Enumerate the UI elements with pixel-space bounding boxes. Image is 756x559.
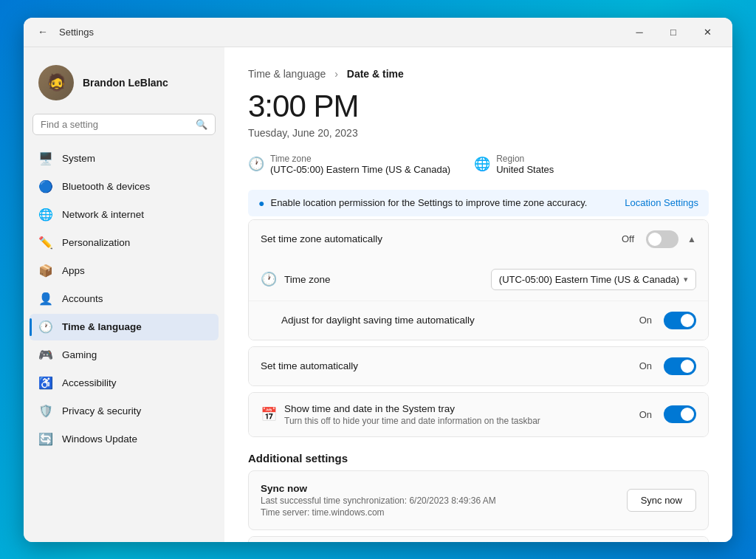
sidebar-item-accounts[interactable]: 👤 Accounts xyxy=(30,286,219,312)
calendar-section: Show additional calendars in the taskbar… xyxy=(248,536,709,542)
bluetooth-icon: 🔵 xyxy=(38,179,53,194)
breadcrumb-parent: Time & language xyxy=(248,68,326,80)
sidebar-item-gaming[interactable]: 🎮 Gaming xyxy=(30,342,219,368)
timezone-chevron-icon: ▾ xyxy=(684,275,688,284)
timezone-row-label: Time zone xyxy=(284,274,491,285)
auto-time-state: On xyxy=(639,360,652,371)
sidebar-item-system[interactable]: 🖥️ System xyxy=(30,145,219,172)
time-display: 3:00 PM xyxy=(248,89,709,124)
user-name: Brandon LeBlanc xyxy=(83,77,168,89)
search-icon: 🔍 xyxy=(196,119,207,130)
auto-timezone-state: Off xyxy=(622,233,634,244)
date-display: Tuesday, June 20, 2023 xyxy=(248,127,709,139)
sidebar-item-label: Windows Update xyxy=(62,433,137,445)
avatar: 🧔 xyxy=(38,65,74,100)
minimize-button[interactable]: ─ xyxy=(623,20,656,44)
close-button[interactable]: ✕ xyxy=(691,20,724,44)
timezone-row: 🕐 Time zone (UTC-05:00) Eastern Time (US… xyxy=(249,258,708,301)
privacy-icon: 🛡️ xyxy=(38,404,53,419)
sidebar-item-label: Time & language xyxy=(62,321,142,332)
calendar-row: Show additional calendars in the taskbar… xyxy=(249,537,708,542)
sidebar-item-label: Accessibility xyxy=(62,377,117,388)
sidebar-item-label: Accounts xyxy=(62,293,103,304)
daylight-row: Adjust for daylight saving time automati… xyxy=(249,301,708,340)
sidebar-item-time-language[interactable]: 🕐 Time & language xyxy=(30,314,219,340)
daylight-label: Adjust for daylight saving time automati… xyxy=(261,315,639,326)
maximize-button[interactable]: □ xyxy=(657,20,690,44)
auto-time-toggle[interactable] xyxy=(664,357,696,375)
sync-now-button[interactable]: Sync now xyxy=(627,489,696,512)
sidebar-item-apps[interactable]: 📦 Apps xyxy=(30,258,219,284)
window-title: Settings xyxy=(59,27,623,38)
sidebar-item-label: Network & internet xyxy=(62,209,144,220)
breadcrumb-current: Date & time xyxy=(347,68,404,80)
sidebar-item-personalization[interactable]: ✏️ Personalization xyxy=(30,230,219,256)
network-icon: 🌐 xyxy=(38,208,53,222)
breadcrumb-separator: › xyxy=(334,68,338,80)
titlebar: ← Settings ─ □ ✕ xyxy=(24,18,732,47)
time-language-icon: 🕐 xyxy=(38,320,53,335)
tray-section: 📅 Show time and date in the System tray … xyxy=(248,392,709,437)
region-meta-icon: 🌐 xyxy=(474,156,490,172)
sidebar-item-update[interactable]: 🔄 Windows Update xyxy=(30,426,219,453)
auto-timezone-section: Set time zone automatically Off ▲ 🕐 Time… xyxy=(248,219,709,340)
accounts-icon: 👤 xyxy=(38,292,53,306)
timezone-meta-icon: 🕐 xyxy=(248,156,264,172)
sidebar-item-label: Privacy & security xyxy=(62,405,141,416)
main-content: 🧔 Brandon LeBlanc 🔍 🖥️ System 🔵 Bluetoot… xyxy=(24,47,732,542)
auto-time-label: Set time automatically xyxy=(261,360,639,371)
personalization-icon: ✏️ xyxy=(38,236,53,250)
sidebar: 🧔 Brandon LeBlanc 🔍 🖥️ System 🔵 Bluetoot… xyxy=(24,47,224,542)
timezone-dropdown[interactable]: (UTC-05:00) Eastern Time (US & Canada) ▾ xyxy=(491,269,696,290)
region-meta: 🌐 Region United States xyxy=(474,154,554,175)
sidebar-item-label: Gaming xyxy=(62,349,97,360)
search-input[interactable] xyxy=(41,119,190,130)
timezone-dropdown-value: (UTC-05:00) Eastern Time (US & Canada) xyxy=(499,274,679,285)
location-settings-link[interactable]: Location Settings xyxy=(625,197,698,208)
region-label: Region xyxy=(496,154,554,164)
sidebar-item-label: Personalization xyxy=(62,237,130,248)
sidebar-item-privacy[interactable]: 🛡️ Privacy & security xyxy=(30,398,219,425)
sidebar-item-label: Apps xyxy=(62,265,85,276)
breadcrumb: Time & language › Date & time xyxy=(248,68,709,80)
search-box[interactable]: 🔍 xyxy=(32,114,216,135)
tray-toggle[interactable] xyxy=(664,405,696,423)
tray-row-icon: 📅 xyxy=(261,406,277,422)
sync-title: Sync now xyxy=(261,483,496,494)
sidebar-item-label: System xyxy=(62,153,95,164)
tray-label: Show time and date in the System tray xyxy=(284,403,639,414)
auto-timezone-toggle[interactable] xyxy=(646,230,678,248)
auto-timezone-chevron: ▲ xyxy=(687,234,696,244)
info-banner: ● Enable location permission for the Set… xyxy=(248,190,709,216)
auto-time-row: Set time automatically On xyxy=(249,347,708,385)
info-banner-text: Enable location permission for the Setti… xyxy=(270,197,587,208)
sidebar-item-bluetooth[interactable]: 🔵 Bluetooth & devices xyxy=(30,174,219,200)
apps-icon: 📦 xyxy=(38,264,53,278)
auto-timezone-row[interactable]: Set time zone automatically Off ▲ xyxy=(249,220,708,258)
sidebar-item-accessibility[interactable]: ♿ Accessibility xyxy=(30,370,219,397)
update-icon: 🔄 xyxy=(38,432,53,447)
region-value: United States xyxy=(496,164,554,175)
sync-card: Sync now Last successful time synchroniz… xyxy=(248,470,709,530)
settings-window: ← Settings ─ □ ✕ 🧔 Brandon LeBlanc 🔍 xyxy=(24,18,732,542)
back-button[interactable]: ← xyxy=(32,21,53,42)
timezone-row-icon: 🕐 xyxy=(261,271,277,287)
timezone-meta: 🕐 Time zone (UTC-05:00) Eastern Time (US… xyxy=(248,154,450,175)
sync-server: Time server: time.windows.com xyxy=(261,507,496,518)
system-icon: 🖥️ xyxy=(38,151,53,166)
info-dot-icon: ● xyxy=(258,197,264,209)
tray-sublabel: Turn this off to hide your time and date… xyxy=(284,416,639,426)
additional-settings-title: Additional settings xyxy=(248,452,709,464)
sync-last: Last successful time synchronization: 6/… xyxy=(261,495,496,506)
sidebar-item-network[interactable]: 🌐 Network & internet xyxy=(30,202,219,228)
tray-row: 📅 Show time and date in the System tray … xyxy=(249,393,708,436)
time-meta: 🕐 Time zone (UTC-05:00) Eastern Time (US… xyxy=(248,154,709,175)
timezone-label: Time zone xyxy=(270,154,450,164)
auto-time-section: Set time automatically On xyxy=(248,346,709,386)
gaming-icon: 🎮 xyxy=(38,348,53,363)
sidebar-item-label: Bluetooth & devices xyxy=(62,181,150,192)
auto-timezone-label: Set time zone automatically xyxy=(261,233,622,244)
user-profile: 🧔 Brandon LeBlanc xyxy=(30,59,219,112)
daylight-state: On xyxy=(639,315,652,326)
daylight-toggle[interactable] xyxy=(664,312,696,329)
